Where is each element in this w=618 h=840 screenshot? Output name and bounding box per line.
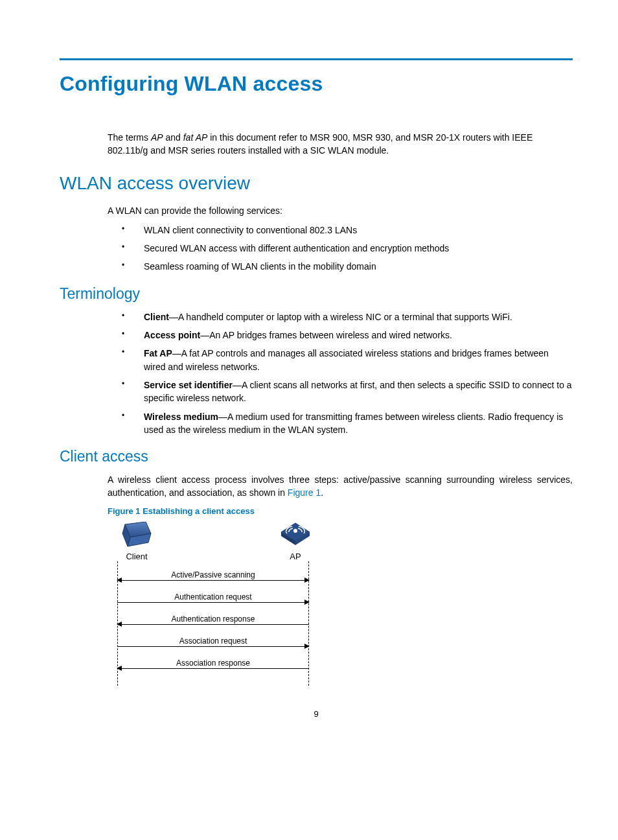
intro-em2: fat AP: [183, 132, 208, 143]
overview-lead: A WLAN can provide the following service…: [108, 204, 573, 217]
seq-msg: Association response: [117, 649, 309, 671]
list-item: Fat AP—A fat AP controls and manages all…: [108, 347, 573, 373]
section-heading-overview: WLAN access overview: [60, 173, 573, 194]
intro-paragraph: The terms AP and fat AP in this document…: [108, 131, 573, 158]
seq-msg-text: Association request: [179, 636, 247, 646]
arrow-right-icon: [304, 644, 310, 649]
list-item: Seamless roaming of WLAN clients in the …: [108, 260, 573, 273]
client-access-post: .: [321, 487, 323, 498]
figure-link[interactable]: Figure 1: [288, 487, 321, 498]
seq-msg: Active/Passive scanning: [117, 561, 309, 583]
section-heading-terminology: Terminology: [60, 285, 573, 303]
arrow-left-icon: [117, 578, 122, 583]
figure-caption: Figure 1 Establishing a client access: [108, 506, 573, 516]
arrow-right-icon: [304, 600, 310, 605]
section-heading-client-access: Client access: [60, 448, 573, 465]
term-name: Access point: [144, 330, 200, 340]
list-item: Client—A handheld computer or laptop wit…: [108, 310, 573, 323]
term-name: Client: [144, 312, 169, 322]
seq-msg: Authentication request: [117, 583, 309, 605]
term-name: Fat AP: [144, 348, 172, 358]
page-title: Configuring WLAN access: [60, 72, 573, 96]
list-item: Access point—An AP bridges frames betwee…: [108, 329, 573, 342]
seq-msg-text: Association response: [176, 659, 250, 668]
figure-ap-label: AP: [266, 552, 325, 561]
seq-msg-text: Active/Passive scanning: [171, 570, 255, 579]
term-name: Service set identifier: [144, 380, 233, 390]
seq-msg-text: Authentication request: [174, 592, 251, 601]
term-desc: —A handheld computer or laptop with a wi…: [169, 312, 512, 322]
intro-em1: AP: [151, 132, 163, 143]
client-access-pre: A wireless client access process involve…: [108, 474, 573, 498]
svg-point-6: [293, 529, 297, 533]
list-item: Service set identifier—A client scans al…: [108, 379, 573, 405]
sequence-diagram: Active/Passive scanning Authentication r…: [117, 561, 309, 686]
page-number: 9: [60, 709, 573, 719]
term-name: Wireless medium: [144, 412, 218, 422]
seq-msg: Authentication response: [117, 605, 309, 627]
figure-1: Client AP: [108, 522, 573, 686]
arrow-right-icon: [304, 578, 310, 583]
client-access-paragraph: A wireless client access process involve…: [108, 473, 573, 500]
laptop-icon: [120, 522, 154, 548]
access-point-icon: [280, 522, 311, 548]
intro-p1: The terms: [108, 132, 151, 143]
top-rule: [60, 58, 573, 60]
arrow-left-icon: [117, 666, 122, 671]
term-desc: —An AP bridges frames between wireless a…: [200, 330, 452, 340]
figure-client-label: Client: [108, 552, 166, 561]
overview-list: WLAN client connectivity to conventional…: [108, 224, 573, 274]
figure-client-icon-col: Client: [108, 522, 166, 561]
figure-ap-icon-col: AP: [266, 522, 325, 561]
terminology-list: Client—A handheld computer or laptop wit…: [108, 310, 573, 436]
seq-msg-text: Authentication response: [172, 614, 255, 624]
seq-msg: Association request: [117, 627, 309, 649]
term-desc: —A fat AP controls and manages all assoc…: [144, 348, 549, 371]
intro-p2: and: [163, 132, 183, 143]
list-item: WLAN client connectivity to conventional…: [108, 224, 573, 237]
list-item: Wireless medium—A medium used for transm…: [108, 410, 573, 437]
arrow-left-icon: [117, 622, 122, 627]
list-item: Secured WLAN access with different authe…: [108, 242, 573, 255]
